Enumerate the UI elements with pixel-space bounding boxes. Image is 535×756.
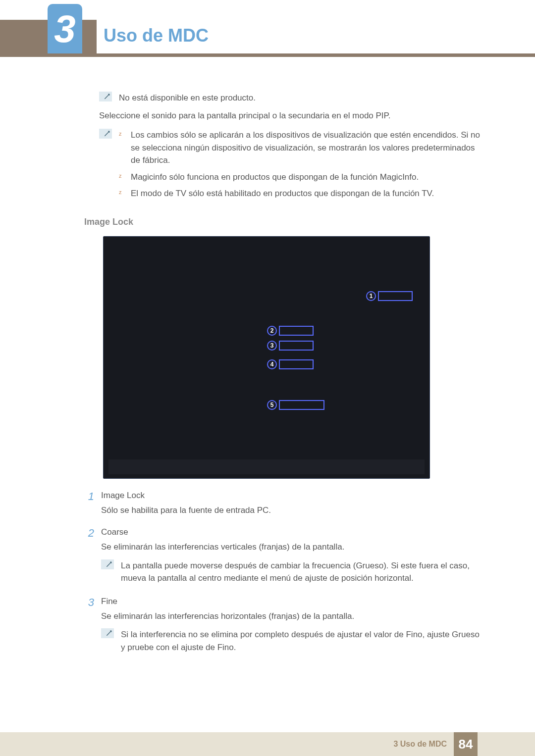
item-number: 1 xyxy=(84,491,94,503)
item-body: Image Lock Sólo se habilita para la fuen… xyxy=(101,491,481,523)
item-desc: Sólo se habilita para la fuente de entra… xyxy=(101,504,481,517)
screenshot-bottom-ribbon xyxy=(108,459,425,474)
note-icon xyxy=(99,129,112,139)
list-item: z Los cambios sólo se aplicarán a los di… xyxy=(119,129,481,167)
screenshot-image-lock: 1 2 3 4 5 xyxy=(103,236,430,479)
content-area: No está disponible en este producto. Sel… xyxy=(0,57,535,660)
note-icon xyxy=(101,628,114,638)
footer-bar: 3 Uso de MDC 84 xyxy=(0,732,535,756)
note-icon xyxy=(101,559,114,569)
paragraph-select-sound: Seleccione el sonido para la pantalla pr… xyxy=(99,109,481,122)
callout-number: 1 xyxy=(366,291,376,301)
callout-1: 1 xyxy=(366,291,413,301)
bullet-text: Magicinfo sólo funciona en productos que… xyxy=(131,171,419,184)
callout-box xyxy=(279,341,314,351)
callout-4: 4 xyxy=(267,359,314,369)
bullet-block: z Los cambios sólo se aplicarán a los di… xyxy=(99,129,481,204)
chapter-badge: 3 xyxy=(48,4,82,53)
section-heading: Image Lock xyxy=(84,217,481,227)
item-note-text: La pantalla puede moverse después de cam… xyxy=(121,559,481,585)
bullet-marker: z xyxy=(119,129,124,167)
callout-number: 2 xyxy=(267,326,277,336)
note-row: No está disponible en este producto. xyxy=(99,92,481,104)
item-note-text: Si la interferencia no se elimina por co… xyxy=(121,628,481,654)
item-title: Image Lock xyxy=(101,491,481,501)
numbered-item-3: 3 Fine Se eliminarán las interferencias … xyxy=(84,597,481,661)
callout-number: 5 xyxy=(267,400,277,410)
item-note: Si la interferencia no se elimina por co… xyxy=(101,628,481,654)
note-text: No está disponible en este producto. xyxy=(119,92,256,104)
chapter-number: 3 xyxy=(54,9,75,48)
list-item: z El modo de TV sólo está habilitado en … xyxy=(119,187,481,200)
callout-box xyxy=(279,400,324,410)
item-title: Coarse xyxy=(101,527,481,537)
item-body: Fine Se eliminarán las interferencias ho… xyxy=(101,597,481,661)
bullet-marker: z xyxy=(119,171,124,184)
numbered-list: 1 Image Lock Sólo se habilita para la fu… xyxy=(84,491,481,661)
item-body: Coarse Se eliminarán las interferencias … xyxy=(101,527,481,592)
callout-number: 4 xyxy=(267,359,277,369)
list-item: z Magicinfo sólo funciona en productos q… xyxy=(119,171,481,184)
note-icon xyxy=(99,92,112,101)
callout-3: 3 xyxy=(267,341,314,351)
item-number: 3 xyxy=(84,597,94,608)
footer-label: 3 Uso de MDC xyxy=(393,740,447,749)
bullet-list: z Los cambios sólo se aplicarán a los di… xyxy=(119,129,481,204)
bullet-text: El modo de TV sólo está habilitado en pr… xyxy=(131,187,434,200)
callout-5: 5 xyxy=(267,400,324,410)
callout-2: 2 xyxy=(267,326,314,336)
header-bar: 3 Uso de MDC xyxy=(0,0,535,57)
item-desc: Se eliminarán las interferencias horizon… xyxy=(101,610,481,623)
numbered-item-1: 1 Image Lock Sólo se habilita para la fu… xyxy=(84,491,481,523)
callout-box xyxy=(279,359,314,369)
bullet-text: Los cambios sólo se aplicarán a los disp… xyxy=(131,129,481,167)
page: 3 Uso de MDC No está disponible en este … xyxy=(0,0,535,756)
page-number: 84 xyxy=(454,732,478,756)
callout-box xyxy=(378,291,413,301)
item-desc: Se eliminarán las interferencias vertica… xyxy=(101,541,481,554)
callout-box xyxy=(279,326,314,336)
chapter-title: Uso de MDC xyxy=(104,25,209,46)
bullet-marker: z xyxy=(119,187,124,200)
item-note: La pantalla puede moverse después de cam… xyxy=(101,559,481,585)
item-number: 2 xyxy=(84,527,94,539)
item-title: Fine xyxy=(101,597,481,606)
chapter-title-bar: Uso de MDC xyxy=(97,18,535,53)
callout-number: 3 xyxy=(267,341,277,351)
numbered-item-2: 2 Coarse Se eliminarán las interferencia… xyxy=(84,527,481,592)
